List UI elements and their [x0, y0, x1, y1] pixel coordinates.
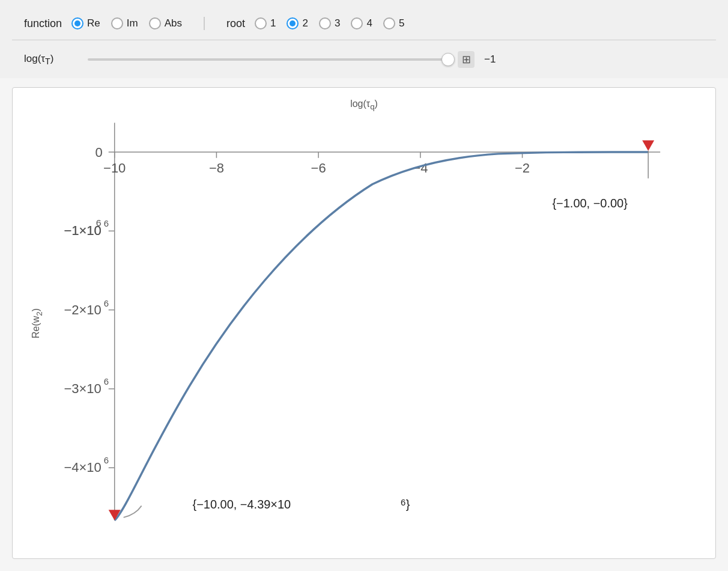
function-radio-group: Re Im Abs — [71, 17, 182, 29]
svg-text:6: 6 — [104, 456, 109, 466]
separator — [204, 17, 205, 30]
radio-root-3[interactable]: 3 — [319, 17, 340, 29]
svg-text:}: } — [406, 498, 410, 511]
radio-root-5[interactable]: 5 — [383, 17, 404, 29]
radio-re-circle[interactable] — [71, 17, 83, 29]
radio-root-4-circle[interactable] — [351, 17, 363, 29]
radio-abs[interactable]: Abs — [149, 17, 182, 29]
svg-marker-28 — [642, 141, 654, 151]
slider-row: log(τT) ⊞ −1 — [0, 40, 728, 68]
radio-im-label: Im — [127, 17, 138, 29]
radio-root-1-label: 1 — [270, 17, 276, 29]
svg-text:6: 6 — [401, 498, 405, 508]
svg-text:{−10.00, −4.39×10: {−10.00, −4.39×10 — [192, 498, 291, 511]
svg-text:{−1.00, −0.00}: {−1.00, −0.00} — [552, 197, 628, 210]
radio-root-1[interactable]: 1 — [255, 17, 276, 29]
slider-value: −1 — [484, 53, 496, 66]
radio-root-1-circle[interactable] — [255, 17, 267, 29]
svg-text:6: 6 — [104, 219, 109, 229]
svg-text:6: 6 — [104, 299, 109, 308]
radio-im-circle[interactable] — [111, 17, 123, 29]
radio-root-2-label: 2 — [302, 17, 308, 29]
svg-text:−2: −2 — [515, 160, 530, 176]
controls-panel: function Re Im Abs root 1 — [0, 0, 728, 78]
svg-text:−3×10: −3×10 — [64, 381, 101, 396]
function-label: function — [24, 17, 62, 30]
radio-im[interactable]: Im — [111, 17, 138, 29]
svg-text:−2×10: −2×10 — [64, 303, 101, 318]
radio-root-5-label: 5 — [399, 17, 404, 29]
radio-abs-circle[interactable] — [149, 17, 161, 29]
radio-root-4-label: 4 — [366, 17, 372, 29]
slider-track[interactable] — [88, 58, 448, 61]
root-radio-group: 1 2 3 4 5 — [255, 17, 404, 29]
svg-text:6: 6 — [104, 377, 109, 386]
radio-root-3-label: 3 — [335, 17, 340, 29]
root-label: root — [226, 17, 245, 30]
svg-text:−4×10: −4×10 — [64, 460, 101, 475]
radio-root-3-circle[interactable] — [319, 17, 331, 29]
svg-text:−8: −8 — [209, 160, 224, 176]
chart-svg: −10 −8 −6 −4 −2 0 −1×10 6 −1×10 6 −2×10 … — [13, 88, 715, 558]
radio-root-2-circle[interactable] — [287, 17, 299, 29]
radio-re-label: Re — [87, 17, 100, 29]
slider-label: log(τT) — [24, 53, 78, 66]
svg-text:0: 0 — [96, 145, 103, 160]
svg-text:−10: −10 — [103, 160, 126, 176]
slider-thumb[interactable] — [441, 53, 455, 66]
radio-root-4[interactable]: 4 — [351, 17, 372, 29]
chart-inner: log(τq) Re(w2) −10 −8 −6 −4 −2 — [13, 88, 715, 558]
radio-abs-label: Abs — [165, 17, 182, 29]
chart-container: log(τq) Re(w2) −10 −8 −6 −4 −2 — [12, 87, 716, 559]
plus-button[interactable]: ⊞ — [458, 51, 475, 68]
radio-root-2[interactable]: 2 — [287, 17, 308, 29]
radio-root-5-circle[interactable] — [383, 17, 395, 29]
svg-text:−1×10: −1×10 — [64, 223, 101, 238]
radio-re[interactable]: Re — [71, 17, 100, 29]
svg-text:−6: −6 — [311, 160, 326, 176]
